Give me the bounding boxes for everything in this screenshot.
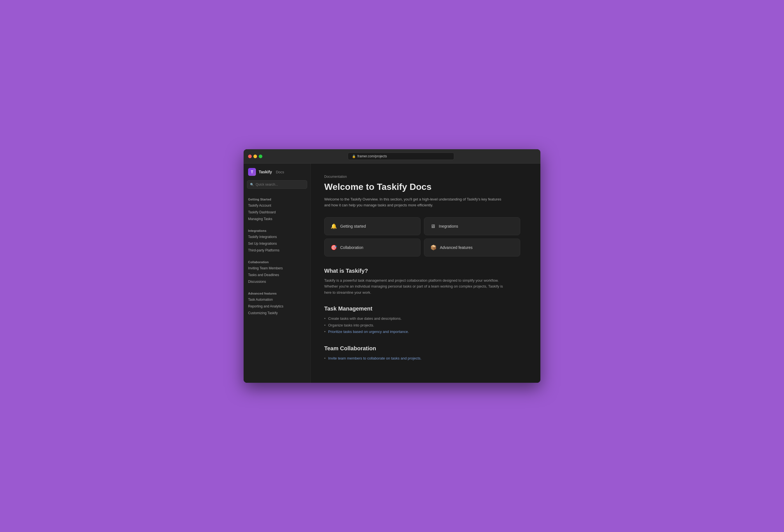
integrations-label: Inegrations bbox=[439, 224, 458, 228]
nav-section-advanced-features: Advanced features Task Automation Report… bbox=[244, 287, 310, 319]
list-item: Create tasks with due dates and descript… bbox=[324, 315, 503, 322]
docs-badge: Docs bbox=[276, 170, 284, 174]
sidebar-item-third-party-platforms[interactable]: Third-party Platforms bbox=[244, 247, 310, 254]
section-title-integrations: Integrations bbox=[244, 227, 310, 233]
nav-section-collaboration: Collaboration Inviting Team Members Task… bbox=[244, 256, 310, 287]
search-box[interactable]: 🔍 bbox=[247, 180, 307, 189]
list-item-highlight: Prioritize tasks based on urgency and im… bbox=[324, 329, 503, 335]
page-title: Welcome to Taskify Docs bbox=[324, 181, 527, 192]
address-bar: 🔒 framer.com/projects bbox=[266, 152, 536, 160]
section-title-getting-started: Getting Started bbox=[244, 195, 310, 202]
getting-started-label: Getting started bbox=[340, 224, 366, 228]
team-collaboration-list: Invite team members to collaborate on ta… bbox=[324, 355, 503, 362]
main-content: Documentation Welcome to Taskify Docs We… bbox=[311, 164, 540, 383]
card-integrations[interactable]: 🖥 Inegrations bbox=[424, 217, 520, 235]
traffic-light-red[interactable] bbox=[248, 155, 252, 158]
section-text-what-is-taskify: Taskify is a powerful task management an… bbox=[324, 278, 503, 296]
section-what-is-taskify: What is Taskify? Taskify is a powerful t… bbox=[324, 268, 503, 296]
sidebar-item-customizing-taskify[interactable]: Customizing Taskify bbox=[244, 310, 310, 316]
app-layout: T Taskify Docs 🔍 Getting Started Taskify… bbox=[244, 164, 540, 383]
sidebar-item-managing-tasks[interactable]: Managing Tasks bbox=[244, 216, 310, 222]
traffic-lights bbox=[248, 155, 262, 158]
section-task-management: Task Management Create tasks with due da… bbox=[324, 306, 503, 335]
logo-icon: T bbox=[248, 168, 256, 176]
section-title-collaboration: Collaboration bbox=[244, 258, 310, 265]
address-bar-inner[interactable]: 🔒 framer.com/projects bbox=[348, 152, 454, 160]
traffic-light-green[interactable] bbox=[259, 155, 262, 158]
nav-section-getting-started: Getting Started Taskify Account Taskify … bbox=[244, 193, 310, 225]
section-title-what-is-taskify: What is Taskify? bbox=[324, 268, 503, 274]
sidebar-item-taskify-dashboard[interactable]: Taskify Dashboard bbox=[244, 209, 310, 216]
search-icon: 🔍 bbox=[250, 183, 254, 187]
collaboration-label: Collaboration bbox=[340, 245, 363, 250]
sidebar: T Taskify Docs 🔍 Getting Started Taskify… bbox=[244, 164, 311, 383]
card-advanced-features[interactable]: 📦 Advanced features bbox=[424, 239, 520, 256]
sidebar-item-task-automation[interactable]: Task Automation bbox=[244, 296, 310, 303]
browser-window: 🔒 framer.com/projects T Taskify Docs 🔍 G… bbox=[244, 149, 540, 383]
collaboration-icon: 🎯 bbox=[331, 245, 337, 251]
sidebar-item-tasks-and-deadlines[interactable]: Tasks and Deadlines bbox=[244, 272, 310, 278]
nav-section-integrations: Integrations Taskify Integrations Set Up… bbox=[244, 225, 310, 256]
integrations-icon: 🖥 bbox=[430, 223, 436, 229]
breadcrumb: Documentation bbox=[324, 175, 527, 179]
section-team-collaboration: Team Collaboration Invite team members t… bbox=[324, 345, 503, 362]
section-title-advanced-features: Advanced features bbox=[244, 289, 310, 296]
advanced-features-icon: 📦 bbox=[430, 245, 437, 251]
list-item: Organize tasks into projects. bbox=[324, 322, 503, 329]
url-text: framer.com/projects bbox=[358, 154, 387, 158]
traffic-light-yellow[interactable] bbox=[253, 155, 257, 158]
cards-grid: 🔔 Getting started 🖥 Inegrations 🎯 Collab… bbox=[324, 217, 520, 256]
list-item-highlight: Invite team members to collaborate on ta… bbox=[324, 355, 503, 362]
search-input[interactable] bbox=[256, 183, 304, 187]
card-getting-started[interactable]: 🔔 Getting started bbox=[324, 217, 421, 235]
getting-started-icon: 🔔 bbox=[331, 223, 337, 229]
task-management-list: Create tasks with due dates and descript… bbox=[324, 315, 503, 335]
browser-chrome: 🔒 framer.com/projects bbox=[244, 149, 540, 164]
advanced-features-label: Advanced features bbox=[440, 245, 473, 250]
sidebar-header: T Taskify Docs bbox=[244, 168, 310, 180]
card-collaboration[interactable]: 🎯 Collaboration bbox=[324, 239, 421, 256]
sidebar-item-reporting-analytics[interactable]: Reporting and Analytics bbox=[244, 303, 310, 310]
sidebar-item-taskify-integrations[interactable]: Taskify Integrations bbox=[244, 233, 310, 240]
lock-icon: 🔒 bbox=[352, 155, 356, 158]
sidebar-item-inviting-team-members[interactable]: Inviting Team Members bbox=[244, 265, 310, 272]
page-description: Welcome to the Taskify Overview. In this… bbox=[324, 197, 503, 208]
sidebar-item-discussions[interactable]: Discussions bbox=[244, 278, 310, 285]
sidebar-item-set-up-integrations[interactable]: Set Up Integrations bbox=[244, 240, 310, 247]
section-title-task-management: Task Management bbox=[324, 306, 503, 312]
sidebar-item-taskify-account[interactable]: Taskify Account bbox=[244, 202, 310, 209]
section-title-team-collaboration: Team Collaboration bbox=[324, 345, 503, 352]
logo-text: Taskify bbox=[259, 170, 272, 174]
